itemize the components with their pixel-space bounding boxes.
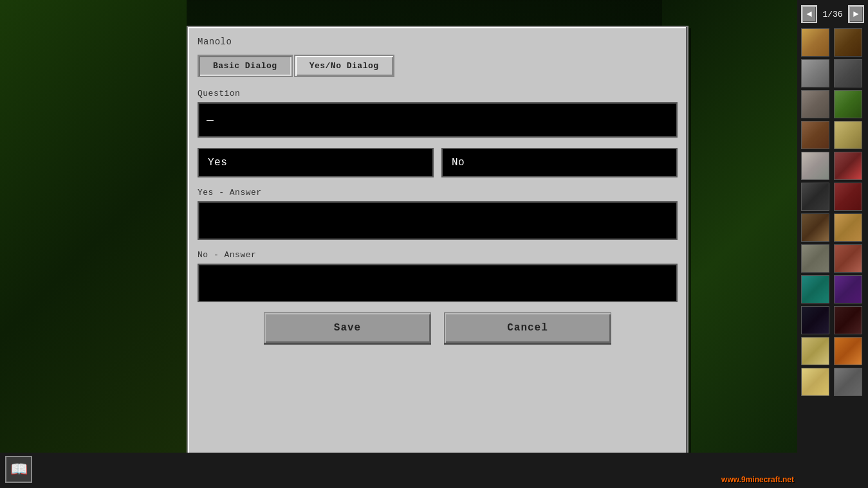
tab-bar: Basic Dialog Yes/No Dialog (198, 55, 678, 77)
block-cobblestone[interactable] (801, 244, 829, 273)
yes-answer-input[interactable] (198, 201, 678, 240)
book-icon[interactable]: 📖 (5, 456, 32, 483)
block-gravel[interactable] (801, 90, 829, 118)
prev-page-button[interactable]: ◄ (801, 5, 817, 23)
save-button[interactable]: Save (264, 312, 431, 343)
no-answer-label: No - Answer (198, 250, 678, 260)
block-glowstone[interactable] (801, 368, 829, 396)
bg-left (0, 0, 187, 488)
yes-button[interactable]: Yes (198, 148, 434, 177)
cancel-button[interactable]: Cancel (444, 312, 611, 343)
block-dark-stone[interactable] (834, 59, 862, 87)
block-grass[interactable] (834, 90, 862, 118)
question-label: Question (198, 89, 678, 98)
next-page-button[interactable]: ► (848, 5, 864, 23)
cursor: _ (207, 110, 214, 123)
yes-answer-label: Yes - Answer (198, 188, 678, 197)
yn-button-row: Yes No (198, 148, 678, 177)
block-dark-planks[interactable] (834, 28, 862, 57)
question-input[interactable]: _ (198, 102, 678, 138)
page-counter: 1/36 (818, 10, 846, 19)
block-log[interactable] (801, 213, 829, 242)
block-dirt[interactable] (801, 121, 829, 149)
block-brick[interactable] (834, 244, 862, 273)
no-answer-input[interactable] (198, 264, 678, 302)
block-orange-wool[interactable] (834, 337, 862, 365)
block-sandstone[interactable] (801, 337, 829, 365)
dialog-title: Manolo (198, 37, 678, 47)
block-iron-ore[interactable] (801, 152, 829, 180)
block-sand[interactable] (834, 121, 862, 149)
tab-basic-dialog[interactable]: Basic Dialog (198, 55, 293, 77)
block-coal-ore[interactable] (801, 183, 829, 211)
block-netherrack[interactable] (834, 183, 862, 211)
block-purple-block[interactable] (834, 275, 862, 303)
block-oak-planks[interactable] (801, 28, 829, 57)
watermark: www.9minecraft.net (721, 475, 794, 484)
block-redstone-ore[interactable] (834, 152, 862, 180)
block-nether-brick[interactable] (834, 306, 862, 334)
dialog-container: Manolo Basic Dialog Yes/No Dialog Questi… (187, 26, 688, 476)
blocks-grid (801, 28, 864, 396)
action-buttons: Save Cancel (198, 312, 678, 343)
no-button[interactable]: No (441, 148, 678, 177)
hotbar (0, 453, 797, 488)
nav-buttons: ◄ 1/36 ► (801, 5, 864, 23)
inventory-panel: ◄ 1/36 ► (797, 0, 868, 488)
block-andesite[interactable] (834, 368, 862, 396)
block-teal-block[interactable] (801, 275, 829, 303)
block-stone[interactable] (801, 59, 829, 87)
block-obsidian[interactable] (801, 306, 829, 334)
tab-yesno-dialog[interactable]: Yes/No Dialog (294, 55, 394, 77)
block-planks[interactable] (834, 213, 862, 242)
